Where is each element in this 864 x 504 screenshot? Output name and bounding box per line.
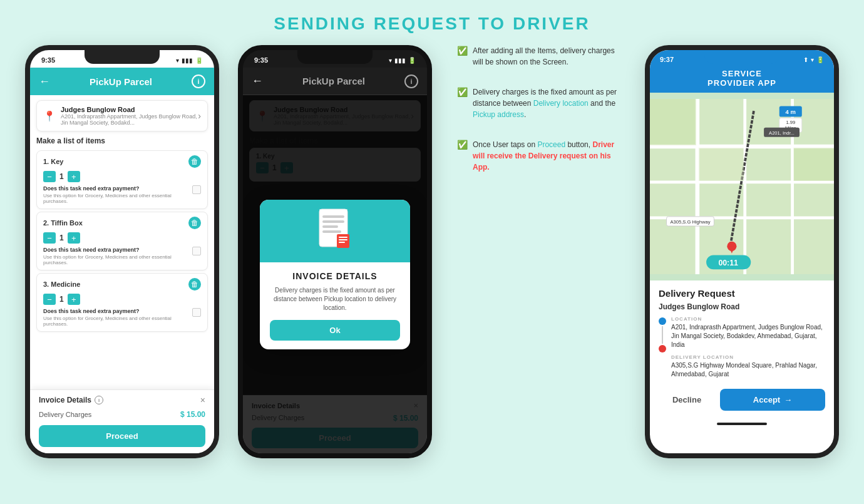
phone-1-app-header: ← PickUp Parcel i [30,68,214,95]
check-icon-3: ✅ [457,140,468,150]
invoice-panel: Invoice Details i × Delivery Charges $ 1… [30,389,214,453]
increment-button[interactable]: + [68,294,80,305]
svg-text:00:11: 00:11 [718,259,738,267]
svg-text:4 m: 4 m [786,108,796,115]
list-item: 2. Tiffin Box 🗑 − 1 + Does this task nee… [36,212,208,270]
wifi-icon-3: ▾ [811,56,814,63]
location-pin-col [659,316,666,384]
invoice-info-icon: i [95,396,103,404]
svg-rect-31 [699,148,744,181]
decrement-button[interactable]: − [43,232,56,244]
delivery-label: DELIVERY LOCATION [671,354,825,360]
extra-q: Does this task need extra payment? [43,247,192,253]
phone-1: 9:35 ▾ ▮▮▮ 🔋 ← PickUp Parcel i 📍 Judges … [25,45,219,458]
annotation-text-2: Delivery charges is the fixed amount as … [473,86,620,120]
phone-2-time: 9:35 [254,56,268,64]
location-icon: ⬆ [803,56,808,63]
extra-q: Does this task need extra payment? [43,185,192,192]
decrement-button[interactable]: − [43,171,56,182]
back-button-2[interactable]: ← [252,75,263,88]
extra-payment-row: Does this task need extra payment? Use t… [43,308,201,327]
wifi-icon: ▾ [176,57,179,64]
phones-row: 9:35 ▾ ▮▮▮ 🔋 ← PickUp Parcel i 📍 Judges … [25,45,839,458]
extra-desc: Use this option for Grocery, Medicines a… [43,316,192,327]
svg-rect-5 [337,234,349,248]
svg-rect-6 [339,237,347,238]
item-2-header: 2. Tiffin Box 🗑 [43,217,201,229]
location-address: A201, Indraprasth Appartment, Judges Bun… [671,323,825,349]
delivery-card: Delivery Request Judges Bunglow Road LOC… [650,280,834,418]
item-3-header: 3. Medicine 🗑 [43,278,201,291]
location-label: LOCATION [671,316,825,322]
dialog-title: INVOICE DETAILS [270,271,400,281]
dialog-overlay: INVOICE DETAILS Delivery charges is the … [243,95,427,453]
count-value: 1 [59,172,64,181]
extra-q: Does this task need extra payment? [43,308,192,314]
annotation-area: ✅ After adding all the Items, delivery c… [451,45,626,173]
address-text: Judges Bunglow Road A201, Indraprasth Ap… [61,106,198,126]
delete-item-1-button[interactable]: 🗑 [188,155,201,168]
decline-button[interactable]: Decline [659,389,715,411]
phone-3-time: 9:37 [660,56,674,63]
service-provider-title: SERVICE [659,69,825,78]
delete-item-3-button[interactable]: 🗑 [188,278,201,291]
back-button[interactable]: ← [39,75,50,88]
phone-2: 9:35 ▾ ▮▮▮ 🔋 ← PickUp Parcel i 📍 Judges … [238,45,432,458]
invoice-close-button[interactable]: × [200,395,205,405]
phone-2-content: 📍 Judges Bunglow Road A201, Indraprasth … [243,95,427,453]
extra-checkbox[interactable] [192,185,201,194]
extra-checkbox[interactable] [192,308,201,317]
service-provider-title-2: PROVIDER APP [659,78,825,88]
action-buttons: Decline Accept → [659,389,825,411]
annotation-text-3: Once User taps on Proceed button, Driver… [473,139,620,173]
map-header: SERVICE PROVIDER APP [650,66,834,93]
annotation-text-1: After adding all the Items, delivery cha… [473,45,620,68]
dialog-desc: Delivery charges is the fixed amount as … [270,286,400,312]
extra-payment-row: Does this task need extra payment? Use t… [43,247,201,265]
extra-text: Does this task need extra payment? Use t… [43,185,192,204]
svg-rect-32 [794,148,834,181]
extra-desc: Use this option for Grocery, Medicines a… [43,254,192,265]
svg-rect-7 [339,239,347,240]
signal-icon: ▮▮▮ [394,57,406,64]
phone-1-notch [85,50,160,64]
extra-text: Does this task need extra payment? Use t… [43,247,192,265]
info-button[interactable]: i [192,75,205,88]
extra-checkbox[interactable] [192,247,201,255]
increment-button[interactable]: + [68,171,80,182]
annotation-3: ✅ Once User taps on Proceed button, Driv… [457,139,620,173]
location-dot-blue [659,317,666,325]
delivery-charges-row: Delivery Charges $ 15.00 [39,410,205,419]
battery-icon-3: 🔋 [816,56,824,63]
annotation-2: ✅ Delivery charges is the fixed amount a… [457,86,620,120]
delete-item-2-button[interactable]: 🗑 [188,217,201,229]
phone-3: 9:37 ⬆ ▾ 🔋 SERVICE PROVIDER APP [645,45,839,458]
invoice-title: Invoice Details i [39,396,103,404]
svg-rect-30 [650,99,696,145]
accept-button[interactable]: Accept → [720,389,825,411]
info-button-2[interactable]: i [404,75,418,88]
phone-2-notch [297,50,373,64]
route-line [662,326,663,344]
svg-text:A305,S.G Highway: A305,S.G Highway [670,219,710,225]
extra-desc: Use this option for Grocery, Medicines a… [43,193,192,204]
decrement-button[interactable]: − [43,294,56,305]
increment-button[interactable]: + [68,232,80,244]
invoice-header: Invoice Details i × [39,395,205,405]
map-area: 4 m 1.99 Miles A201, Indr... A305,S.G Hi… [650,93,834,280]
arrow-icon: → [784,395,792,404]
proceed-button[interactable]: Proceed [39,425,205,447]
dialog-image-area [260,200,410,262]
address-card[interactable]: 📍 Judges Bunglow Road A201, Indraprasth … [36,100,208,131]
dialog-ok-button[interactable]: Ok [270,320,400,341]
phone-3-status-icons: ⬆ ▾ 🔋 [803,56,824,63]
svg-rect-8 [339,242,345,243]
address-pin-icon: 📍 [43,110,56,122]
phone-1-time: 9:35 [41,56,55,64]
phone-2-status-icons: ▾ ▮▮▮ 🔋 [389,57,416,64]
annotation-1: ✅ After adding all the Items, delivery c… [457,45,620,68]
delivery-charges-amount: $ 15.00 [180,410,205,419]
item-2-name: 2. Tiffin Box [43,219,83,227]
list-item: 3. Medicine 🗑 − 1 + Does this task need … [36,273,208,332]
address-main: Judges Bunglow Road [61,106,198,113]
